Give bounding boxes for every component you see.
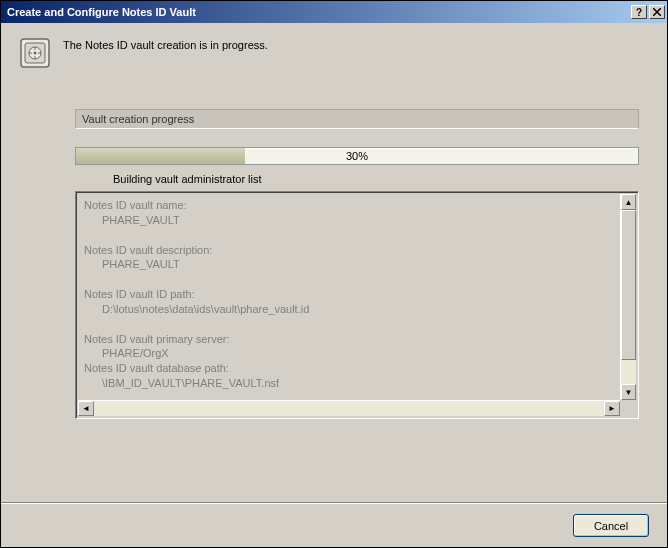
log-content: Notes ID vault name: PHARE_VAULT Notes I… — [78, 194, 620, 400]
log-line: Notes ID vault description: — [84, 244, 212, 256]
scroll-right-icon[interactable]: ► — [604, 401, 620, 416]
progress-text: 30% — [76, 148, 638, 164]
section-label: Vault creation progress — [75, 109, 639, 129]
log-area: Notes ID vault name: PHARE_VAULT Notes I… — [75, 191, 639, 419]
status-text: Building vault administrator list — [113, 173, 639, 185]
scroll-down-icon[interactable]: ▼ — [621, 384, 636, 400]
scroll-thumb[interactable] — [621, 210, 636, 360]
content-area: The Notes ID vault creation is in progre… — [1, 23, 667, 503]
close-button[interactable] — [649, 5, 665, 19]
log-line: Notes ID vault primary server: — [84, 333, 229, 345]
header-row: The Notes ID vault creation is in progre… — [19, 37, 649, 69]
cancel-button[interactable]: Cancel — [573, 514, 649, 537]
vault-icon — [19, 37, 51, 69]
header-text: The Notes ID vault creation is in progre… — [63, 39, 268, 51]
close-icon — [653, 8, 661, 16]
window-title: Create and Configure Notes ID Vault — [7, 6, 629, 18]
scroll-up-icon[interactable]: ▲ — [621, 194, 636, 210]
titlebar: Create and Configure Notes ID Vault ? — [1, 1, 667, 23]
log-line: PHARE/OrgX — [102, 347, 169, 359]
progress-bar: 30% — [75, 147, 639, 165]
log-line: Notes ID vault ID path: — [84, 288, 195, 300]
footer: Cancel — [1, 503, 667, 547]
help-button[interactable]: ? — [631, 5, 647, 19]
horizontal-scrollbar[interactable]: ◄ ► — [78, 400, 620, 416]
scroll-left-icon[interactable]: ◄ — [78, 401, 94, 416]
log-line: Notes ID vault name: — [84, 199, 187, 211]
vertical-scrollbar[interactable]: ▲ ▼ — [620, 194, 636, 400]
log-line: D:\lotus\notes\data\ids\vault\phare_vaul… — [102, 303, 309, 315]
log-line: PHARE_VAULT — [102, 258, 180, 270]
svg-point-3 — [34, 52, 37, 55]
log-line: PHARE_VAULT — [102, 214, 180, 226]
dialog-window: Create and Configure Notes ID Vault ? Th… — [0, 0, 668, 548]
progress-section: Vault creation progress 30% Building vau… — [75, 109, 639, 419]
log-line: \IBM_ID_VAULT\PHARE_VAULT.nsf — [102, 377, 279, 389]
log-line: Notes ID vault database path: — [84, 362, 229, 374]
scroll-corner — [620, 400, 636, 416]
